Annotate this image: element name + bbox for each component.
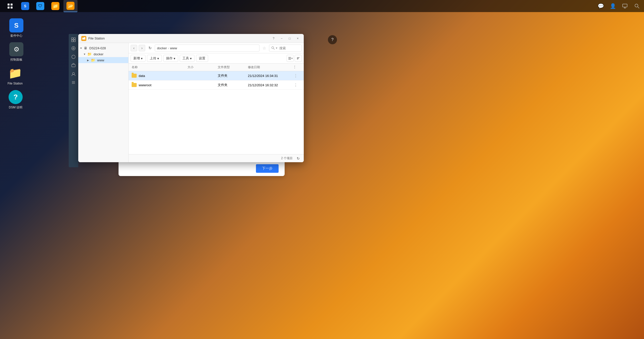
file-list: data 文件夹 21/12/2024 16:34:31 ⋮ wwwroot <box>129 71 304 154</box>
path-bar[interactable]: docker › www <box>155 45 259 52</box>
user-icon[interactable]: 👤 <box>609 2 617 10</box>
package-center-label: 套件中心 <box>10 34 22 38</box>
window-app-icon <box>81 36 86 41</box>
window-area-help[interactable]: ? <box>328 35 337 44</box>
dsm-help-label: DSM 说明 <box>9 106 22 110</box>
panel-icon-5[interactable] <box>70 70 77 78</box>
file-name-cell-data: data <box>132 74 187 78</box>
svg-point-16 <box>72 55 75 59</box>
panel-icon-3[interactable] <box>70 53 77 61</box>
display-icon[interactable] <box>621 2 629 10</box>
window-title: File Station <box>88 36 105 40</box>
svg-rect-0 <box>8 4 10 6</box>
desktop-icon-file-station[interactable]: 📁 File Station <box>5 64 25 88</box>
path-segment-docker: docker <box>157 46 167 50</box>
search-icon[interactable] <box>633 2 641 10</box>
package-center-icon: S <box>9 18 23 32</box>
svg-rect-9 <box>71 38 73 39</box>
folder-icon-data <box>132 74 137 78</box>
actions-button[interactable]: 操作 ▾ <box>163 55 178 62</box>
upload-label: 上传 <box>150 56 156 61</box>
search-icon <box>271 46 275 50</box>
new-button[interactable]: 新增 ▾ <box>131 55 145 62</box>
desktop: S 🛡 📁 📂 💬 👤 <box>0 0 644 339</box>
back-button[interactable]: ‹ <box>131 45 137 51</box>
window-title-left: File Station <box>81 36 105 41</box>
taskbar-left: S 🛡 📁 📂 <box>3 0 78 12</box>
file-more-data[interactable]: ⋮ <box>293 73 298 78</box>
file-row-wwwroot[interactable]: wwwroot 文件夹 21/12/2024 16:32:32 ⋮ <box>129 80 304 90</box>
desktop-icon-package-center[interactable]: S 套件中心 <box>6 16 26 40</box>
svg-rect-12 <box>74 40 75 42</box>
tree-arrow-www: ▶ <box>86 59 90 62</box>
svg-point-18 <box>72 72 74 74</box>
new-dropdown-arrow: ▾ <box>141 57 143 60</box>
window-close-button[interactable]: × <box>295 35 301 41</box>
desktop-icon-dsm-help[interactable]: ? DSM 说明 <box>6 88 26 112</box>
list-view-btn[interactable]: ▾ <box>287 55 294 62</box>
window-minimize-button[interactable]: − <box>279 35 285 41</box>
svg-rect-2 <box>8 7 10 9</box>
file-station-taskbar-icon: 📂 <box>66 2 74 10</box>
tree-item-www[interactable]: ▶ 📁 www <box>78 57 128 63</box>
svg-rect-11 <box>71 40 73 42</box>
tools-button[interactable]: 工具 ▾ <box>180 55 195 62</box>
side-panel <box>69 34 78 167</box>
next-button[interactable]: 下一步 <box>256 164 279 173</box>
search-dropdown-arrow: ▾ <box>276 46 277 50</box>
panel-icon-2[interactable] <box>70 45 77 52</box>
search-box: ▾ <box>269 45 302 52</box>
window-help-button[interactable]: ? <box>271 35 277 41</box>
svg-line-23 <box>274 49 275 50</box>
panel-icon-1[interactable] <box>70 36 77 44</box>
window-maximize-button[interactable]: □ <box>287 35 293 41</box>
taskbar-main-menu[interactable] <box>3 0 17 12</box>
status-refresh-button[interactable]: ↻ <box>296 156 301 161</box>
chat-icon[interactable]: 💬 <box>597 2 605 10</box>
svg-point-22 <box>272 47 274 49</box>
synology-drive-icon: S <box>21 2 29 10</box>
actions-label: 操作 <box>166 56 173 61</box>
svg-rect-10 <box>74 38 75 39</box>
tree-item-ds224[interactable]: ▼ 🖥 DS224-028 <box>78 45 128 51</box>
svg-point-7 <box>635 4 638 7</box>
taskbar-synology-drive[interactable]: S <box>18 0 32 12</box>
taskbar-file-manager[interactable]: 📁 <box>48 0 62 12</box>
folder-icon-wwwroot <box>132 83 137 87</box>
new-label: 新增 <box>133 56 140 61</box>
refresh-button[interactable]: ↻ <box>147 45 153 51</box>
sort-icon <box>296 57 300 60</box>
panel-icon-4[interactable] <box>70 62 77 69</box>
header-name: 名称 <box>132 65 187 69</box>
file-more-wwwroot[interactable]: ⋮ <box>293 82 298 88</box>
forward-button[interactable]: › <box>139 45 145 51</box>
settings-button[interactable]: 设置 <box>196 55 208 62</box>
search-input[interactable] <box>279 46 299 50</box>
item-count: 2 个项目 <box>281 156 293 160</box>
header-size: 大小 <box>187 65 218 69</box>
svg-rect-4 <box>623 4 627 7</box>
control-panel-label: 控制面板 <box>10 58 22 62</box>
vpn-icon: 🛡 <box>36 2 44 10</box>
file-row-data[interactable]: data 文件夹 21/12/2024 16:34:31 ⋮ <box>129 71 304 80</box>
main-area: ‹ › ↻ docker › www ☆ ▾ <box>129 43 304 162</box>
file-type-data: 文件夹 <box>218 73 248 78</box>
window-controls: ? − □ × <box>271 35 301 41</box>
tree-arrow-ds224: ▼ <box>79 47 83 50</box>
file-type-wwwroot: 文件夹 <box>218 83 248 87</box>
tree-item-docker[interactable]: ▼ 📁 docker <box>78 51 128 57</box>
bottom-dialog: 下一步 <box>119 161 285 176</box>
file-list-header: 名称 大小 文件类型 修改日期 ⋮ <box>129 64 304 71</box>
file-station-desktop-icon: 📁 <box>8 66 22 80</box>
list-view-icon <box>288 57 291 60</box>
tree-sidebar: ▼ 🖥 DS224-028 ▼ 📁 docker ▶ 📁 www <box>78 43 129 162</box>
sort-btn[interactable] <box>295 55 302 62</box>
bookmark-button[interactable]: ☆ <box>261 45 268 51</box>
taskbar-vpn[interactable]: 🛡 <box>33 0 47 12</box>
taskbar-file-station[interactable]: 📂 <box>63 0 78 12</box>
upload-button[interactable]: 上传 ▾ <box>147 55 162 62</box>
desktop-icon-control-panel[interactable]: ⚙ 控制面板 <box>6 40 26 64</box>
panel-icon-6[interactable] <box>70 79 77 86</box>
file-station-label: File Station <box>8 82 23 86</box>
header-modified: 修改日期 <box>248 65 293 69</box>
